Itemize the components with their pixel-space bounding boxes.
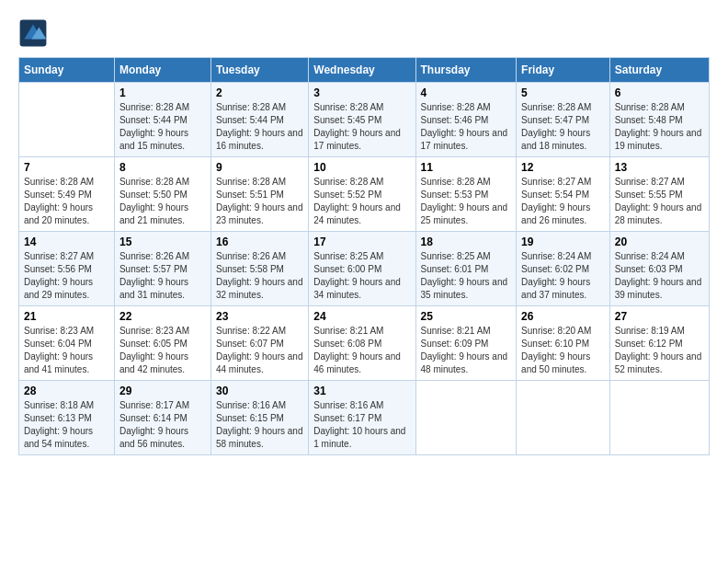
calendar-cell bbox=[609, 381, 709, 455]
header-monday: Monday bbox=[114, 58, 210, 83]
calendar-cell: 16Sunrise: 8:26 AMSunset: 5:58 PMDayligh… bbox=[210, 232, 308, 306]
day-number: 15 bbox=[119, 236, 206, 248]
calendar-cell: 11Sunrise: 8:28 AMSunset: 5:53 PMDayligh… bbox=[415, 157, 517, 232]
calendar-cell: 15Sunrise: 8:26 AMSunset: 5:57 PMDayligh… bbox=[114, 232, 210, 306]
day-info: Sunrise: 8:25 AMSunset: 6:00 PMDaylight:… bbox=[313, 250, 410, 302]
day-number: 19 bbox=[521, 236, 605, 248]
day-number: 23 bbox=[216, 310, 303, 323]
day-info: Sunrise: 8:28 AMSunset: 5:50 PMDaylight:… bbox=[119, 176, 206, 227]
day-number: 12 bbox=[521, 161, 605, 174]
day-info: Sunrise: 8:26 AMSunset: 5:57 PMDaylight:… bbox=[119, 250, 206, 302]
calendar-cell: 22Sunrise: 8:23 AMSunset: 6:05 PMDayligh… bbox=[114, 306, 210, 381]
day-info: Sunrise: 8:28 AMSunset: 5:52 PMDaylight:… bbox=[313, 176, 410, 227]
day-info: Sunrise: 8:25 AMSunset: 6:01 PMDaylight:… bbox=[421, 250, 512, 302]
day-number: 25 bbox=[421, 310, 512, 323]
calendar-week-1: 7Sunrise: 8:28 AMSunset: 5:49 PMDaylight… bbox=[19, 157, 710, 232]
day-info: Sunrise: 8:22 AMSunset: 6:07 PMDaylight:… bbox=[216, 325, 303, 376]
calendar-cell: 30Sunrise: 8:16 AMSunset: 6:15 PMDayligh… bbox=[210, 381, 308, 455]
calendar-cell: 8Sunrise: 8:28 AMSunset: 5:50 PMDaylight… bbox=[114, 157, 210, 232]
calendar-cell: 10Sunrise: 8:28 AMSunset: 5:52 PMDayligh… bbox=[309, 157, 415, 232]
calendar-cell: 21Sunrise: 8:23 AMSunset: 6:04 PMDayligh… bbox=[19, 306, 115, 381]
day-number: 26 bbox=[521, 310, 605, 323]
day-number: 21 bbox=[24, 310, 109, 323]
header-wednesday: Wednesday bbox=[309, 58, 415, 83]
day-number: 31 bbox=[313, 385, 410, 397]
calendar-header-row: SundayMondayTuesdayWednesdayThursdayFrid… bbox=[19, 58, 710, 83]
calendar-cell: 1Sunrise: 8:28 AMSunset: 5:44 PMDaylight… bbox=[114, 83, 210, 157]
day-number: 22 bbox=[119, 310, 206, 323]
calendar-cell: 28Sunrise: 8:18 AMSunset: 6:13 PMDayligh… bbox=[19, 381, 115, 455]
day-info: Sunrise: 8:28 AMSunset: 5:45 PMDaylight:… bbox=[313, 101, 410, 153]
day-info: Sunrise: 8:16 AMSunset: 6:15 PMDaylight:… bbox=[216, 399, 303, 451]
header-tuesday: Tuesday bbox=[210, 58, 308, 83]
day-info: Sunrise: 8:21 AMSunset: 6:08 PMDaylight:… bbox=[313, 325, 410, 376]
logo-icon bbox=[18, 18, 48, 48]
header bbox=[18, 18, 710, 48]
day-number: 17 bbox=[313, 236, 410, 248]
day-info: Sunrise: 8:28 AMSunset: 5:44 PMDaylight:… bbox=[119, 101, 206, 153]
header-friday: Friday bbox=[517, 58, 610, 83]
day-info: Sunrise: 8:17 AMSunset: 6:14 PMDaylight:… bbox=[119, 399, 206, 451]
calendar-week-3: 21Sunrise: 8:23 AMSunset: 6:04 PMDayligh… bbox=[19, 306, 710, 381]
day-number: 5 bbox=[521, 86, 605, 99]
day-info: Sunrise: 8:28 AMSunset: 5:44 PMDaylight:… bbox=[216, 101, 303, 153]
day-number: 16 bbox=[216, 236, 303, 248]
calendar-cell bbox=[415, 381, 517, 455]
day-number: 29 bbox=[119, 385, 206, 397]
day-number: 3 bbox=[313, 86, 410, 99]
header-thursday: Thursday bbox=[415, 58, 517, 83]
day-info: Sunrise: 8:24 AMSunset: 6:03 PMDaylight:… bbox=[615, 250, 704, 302]
calendar-cell: 9Sunrise: 8:28 AMSunset: 5:51 PMDaylight… bbox=[210, 157, 308, 232]
calendar-cell: 19Sunrise: 8:24 AMSunset: 6:02 PMDayligh… bbox=[517, 232, 610, 306]
day-info: Sunrise: 8:28 AMSunset: 5:49 PMDaylight:… bbox=[24, 176, 109, 227]
day-info: Sunrise: 8:23 AMSunset: 6:04 PMDaylight:… bbox=[24, 325, 109, 376]
logo bbox=[18, 18, 51, 48]
day-number: 7 bbox=[24, 161, 109, 174]
day-info: Sunrise: 8:28 AMSunset: 5:48 PMDaylight:… bbox=[615, 101, 704, 153]
day-number: 14 bbox=[24, 236, 109, 248]
day-number: 24 bbox=[313, 310, 410, 323]
calendar-cell: 7Sunrise: 8:28 AMSunset: 5:49 PMDaylight… bbox=[19, 157, 115, 232]
calendar-cell: 25Sunrise: 8:21 AMSunset: 6:09 PMDayligh… bbox=[415, 306, 517, 381]
calendar-cell bbox=[517, 381, 610, 455]
day-info: Sunrise: 8:26 AMSunset: 5:58 PMDaylight:… bbox=[216, 250, 303, 302]
calendar-cell: 26Sunrise: 8:20 AMSunset: 6:10 PMDayligh… bbox=[517, 306, 610, 381]
day-info: Sunrise: 8:23 AMSunset: 6:05 PMDaylight:… bbox=[119, 325, 206, 376]
day-info: Sunrise: 8:27 AMSunset: 5:55 PMDaylight:… bbox=[615, 176, 704, 227]
calendar-cell: 20Sunrise: 8:24 AMSunset: 6:03 PMDayligh… bbox=[609, 232, 709, 306]
calendar-cell bbox=[19, 83, 115, 157]
day-info: Sunrise: 8:28 AMSunset: 5:51 PMDaylight:… bbox=[216, 176, 303, 227]
calendar-cell: 29Sunrise: 8:17 AMSunset: 6:14 PMDayligh… bbox=[114, 381, 210, 455]
day-number: 1 bbox=[119, 86, 206, 99]
day-number: 11 bbox=[421, 161, 512, 174]
calendar-table: SundayMondayTuesdayWednesdayThursdayFrid… bbox=[18, 57, 710, 455]
day-info: Sunrise: 8:24 AMSunset: 6:02 PMDaylight:… bbox=[521, 250, 605, 302]
calendar-cell: 12Sunrise: 8:27 AMSunset: 5:54 PMDayligh… bbox=[517, 157, 610, 232]
day-number: 2 bbox=[216, 86, 303, 99]
day-info: Sunrise: 8:16 AMSunset: 6:17 PMDaylight:… bbox=[313, 399, 410, 451]
calendar-cell: 5Sunrise: 8:28 AMSunset: 5:47 PMDaylight… bbox=[517, 83, 610, 157]
day-number: 4 bbox=[421, 86, 512, 99]
calendar-cell: 2Sunrise: 8:28 AMSunset: 5:44 PMDaylight… bbox=[210, 83, 308, 157]
day-info: Sunrise: 8:28 AMSunset: 5:47 PMDaylight:… bbox=[521, 101, 605, 153]
calendar-cell: 13Sunrise: 8:27 AMSunset: 5:55 PMDayligh… bbox=[609, 157, 709, 232]
calendar-week-2: 14Sunrise: 8:27 AMSunset: 5:56 PMDayligh… bbox=[19, 232, 710, 306]
day-number: 10 bbox=[313, 161, 410, 174]
calendar-cell: 3Sunrise: 8:28 AMSunset: 5:45 PMDaylight… bbox=[309, 83, 415, 157]
day-info: Sunrise: 8:19 AMSunset: 6:12 PMDaylight:… bbox=[615, 325, 704, 376]
calendar-week-4: 28Sunrise: 8:18 AMSunset: 6:13 PMDayligh… bbox=[19, 381, 710, 455]
day-info: Sunrise: 8:28 AMSunset: 5:53 PMDaylight:… bbox=[421, 176, 512, 227]
calendar-cell: 4Sunrise: 8:28 AMSunset: 5:46 PMDaylight… bbox=[415, 83, 517, 157]
calendar-cell: 24Sunrise: 8:21 AMSunset: 6:08 PMDayligh… bbox=[309, 306, 415, 381]
calendar-cell: 14Sunrise: 8:27 AMSunset: 5:56 PMDayligh… bbox=[19, 232, 115, 306]
day-info: Sunrise: 8:27 AMSunset: 5:54 PMDaylight:… bbox=[521, 176, 605, 227]
header-saturday: Saturday bbox=[609, 58, 709, 83]
day-info: Sunrise: 8:28 AMSunset: 5:46 PMDaylight:… bbox=[421, 101, 512, 153]
day-number: 9 bbox=[216, 161, 303, 174]
day-number: 30 bbox=[216, 385, 303, 397]
day-number: 27 bbox=[615, 310, 704, 323]
day-info: Sunrise: 8:27 AMSunset: 5:56 PMDaylight:… bbox=[24, 250, 109, 302]
calendar-cell: 6Sunrise: 8:28 AMSunset: 5:48 PMDaylight… bbox=[609, 83, 709, 157]
calendar-cell: 17Sunrise: 8:25 AMSunset: 6:00 PMDayligh… bbox=[309, 232, 415, 306]
header-sunday: Sunday bbox=[19, 58, 115, 83]
